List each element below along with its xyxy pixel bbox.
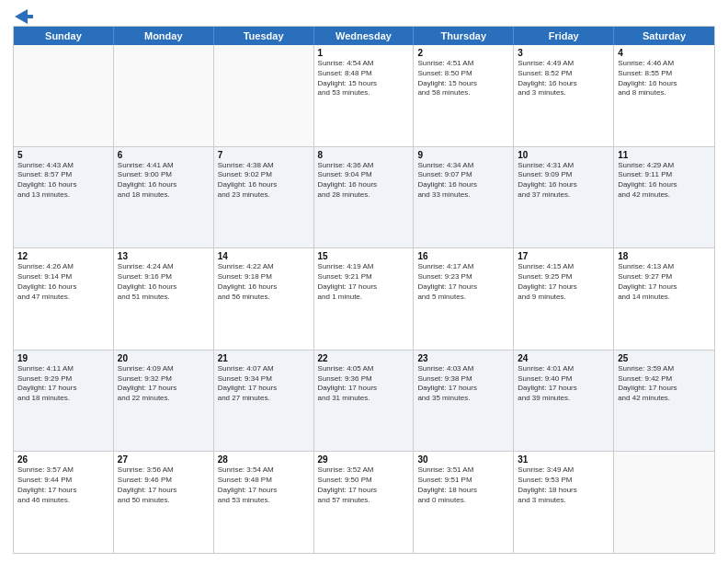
calendar-cell-day-6: 6Sunrise: 4:41 AM Sunset: 9:00 PM Daylig…	[114, 147, 214, 248]
day-number: 23	[417, 353, 509, 363]
calendar-cell-day-1: 1Sunrise: 4:54 AM Sunset: 8:48 PM Daylig…	[314, 45, 415, 146]
day-info: Sunrise: 4:49 AM Sunset: 8:52 PM Dayligh…	[518, 59, 609, 98]
calendar-row-1: 5Sunrise: 4:43 AM Sunset: 8:57 PM Daylig…	[14, 146, 714, 248]
day-number: 2	[417, 48, 509, 58]
header	[13, 9, 715, 20]
header-thursday: Thursday	[414, 27, 514, 45]
day-info: Sunrise: 4:24 AM Sunset: 9:16 PM Dayligh…	[118, 262, 210, 302]
day-number: 5	[17, 150, 109, 160]
calendar-cell-empty	[214, 45, 314, 146]
day-number: 29	[318, 454, 410, 465]
day-info: Sunrise: 4:36 AM Sunset: 9:04 PM Dayligh…	[318, 161, 410, 201]
calendar-row-4: 26Sunrise: 3:57 AM Sunset: 9:44 PM Dayli…	[14, 451, 714, 553]
calendar-cell-empty	[114, 45, 214, 146]
calendar-cell-day-9: 9Sunrise: 4:34 AM Sunset: 9:07 PM Daylig…	[414, 147, 514, 248]
day-number: 14	[218, 251, 310, 261]
day-number: 21	[218, 353, 310, 363]
calendar-row-3: 19Sunrise: 4:11 AM Sunset: 9:29 PM Dayli…	[14, 350, 714, 452]
day-info: Sunrise: 4:22 AM Sunset: 9:18 PM Dayligh…	[218, 262, 310, 302]
calendar-cell-day-26: 26Sunrise: 3:57 AM Sunset: 9:44 PM Dayli…	[14, 452, 114, 553]
calendar-cell-day-3: 3Sunrise: 4:49 AM Sunset: 8:52 PM Daylig…	[514, 45, 614, 146]
calendar-cell-day-10: 10Sunrise: 4:31 AM Sunset: 9:09 PM Dayli…	[514, 147, 614, 248]
calendar-cell-day-7: 7Sunrise: 4:38 AM Sunset: 9:02 PM Daylig…	[214, 147, 314, 248]
day-info: Sunrise: 4:31 AM Sunset: 9:09 PM Dayligh…	[518, 161, 609, 201]
calendar-row-0: 1Sunrise: 4:54 AM Sunset: 8:48 PM Daylig…	[14, 45, 714, 146]
calendar-cell-day-13: 13Sunrise: 4:24 AM Sunset: 9:16 PM Dayli…	[114, 248, 214, 350]
day-number: 31	[518, 454, 609, 465]
calendar-cell-day-5: 5Sunrise: 4:43 AM Sunset: 8:57 PM Daylig…	[14, 147, 114, 248]
day-info: Sunrise: 4:54 AM Sunset: 8:48 PM Dayligh…	[318, 59, 410, 98]
day-number: 18	[618, 251, 711, 261]
day-number: 16	[417, 251, 509, 261]
calendar-cell-day-17: 17Sunrise: 4:15 AM Sunset: 9:25 PM Dayli…	[514, 248, 614, 350]
day-info: Sunrise: 4:43 AM Sunset: 8:57 PM Dayligh…	[17, 161, 109, 201]
day-info: Sunrise: 3:49 AM Sunset: 9:53 PM Dayligh…	[518, 465, 609, 505]
calendar-cell-day-20: 20Sunrise: 4:09 AM Sunset: 9:32 PM Dayli…	[114, 350, 214, 452]
calendar-cell-day-14: 14Sunrise: 4:22 AM Sunset: 9:18 PM Dayli…	[214, 248, 314, 350]
calendar-cell-day-4: 4Sunrise: 4:46 AM Sunset: 8:55 PM Daylig…	[614, 45, 714, 146]
calendar-row-2: 12Sunrise: 4:26 AM Sunset: 9:14 PM Dayli…	[14, 247, 714, 350]
calendar-cell-day-18: 18Sunrise: 4:13 AM Sunset: 9:27 PM Dayli…	[614, 248, 714, 350]
day-number: 4	[618, 48, 711, 58]
day-number: 3	[518, 48, 609, 58]
day-info: Sunrise: 3:57 AM Sunset: 9:44 PM Dayligh…	[17, 465, 109, 505]
day-info: Sunrise: 3:51 AM Sunset: 9:51 PM Dayligh…	[417, 465, 509, 505]
day-info: Sunrise: 4:01 AM Sunset: 9:40 PM Dayligh…	[518, 364, 609, 404]
day-number: 28	[218, 454, 310, 465]
day-number: 24	[518, 353, 609, 363]
calendar-cell-empty	[14, 45, 114, 146]
logo-icon	[15, 9, 33, 24]
day-info: Sunrise: 4:11 AM Sunset: 9:29 PM Dayligh…	[17, 364, 109, 404]
calendar-cell-day-8: 8Sunrise: 4:36 AM Sunset: 9:04 PM Daylig…	[314, 147, 415, 248]
calendar-body: 1Sunrise: 4:54 AM Sunset: 8:48 PM Daylig…	[14, 45, 714, 553]
day-number: 12	[17, 251, 109, 261]
calendar-cell-day-30: 30Sunrise: 3:51 AM Sunset: 9:51 PM Dayli…	[414, 452, 514, 553]
day-number: 17	[518, 251, 609, 261]
day-info: Sunrise: 4:03 AM Sunset: 9:38 PM Dayligh…	[417, 364, 509, 404]
calendar-cell-day-23: 23Sunrise: 4:03 AM Sunset: 9:38 PM Dayli…	[414, 350, 514, 452]
day-number: 9	[417, 150, 509, 160]
day-info: Sunrise: 3:56 AM Sunset: 9:46 PM Dayligh…	[118, 465, 210, 505]
day-info: Sunrise: 4:07 AM Sunset: 9:34 PM Dayligh…	[218, 364, 310, 404]
day-info: Sunrise: 3:54 AM Sunset: 9:48 PM Dayligh…	[218, 465, 310, 505]
day-info: Sunrise: 4:46 AM Sunset: 8:55 PM Dayligh…	[618, 59, 711, 98]
calendar-cell-day-25: 25Sunrise: 3:59 AM Sunset: 9:42 PM Dayli…	[614, 350, 714, 452]
calendar-cell-day-15: 15Sunrise: 4:19 AM Sunset: 9:21 PM Dayli…	[314, 248, 415, 350]
header-sunday: Sunday	[14, 27, 114, 45]
day-number: 25	[618, 353, 711, 363]
day-number: 8	[318, 150, 410, 160]
day-number: 26	[17, 454, 109, 465]
calendar-cell-day-29: 29Sunrise: 3:52 AM Sunset: 9:50 PM Dayli…	[314, 452, 415, 553]
day-number: 1	[318, 48, 410, 58]
header-friday: Friday	[514, 27, 614, 45]
day-number: 20	[118, 353, 210, 363]
day-number: 6	[118, 150, 210, 160]
header-monday: Monday	[114, 27, 214, 45]
day-number: 15	[318, 251, 410, 261]
day-number: 19	[17, 353, 109, 363]
day-info: Sunrise: 4:05 AM Sunset: 9:36 PM Dayligh…	[318, 364, 410, 404]
header-tuesday: Tuesday	[214, 27, 314, 45]
day-info: Sunrise: 4:19 AM Sunset: 9:21 PM Dayligh…	[318, 262, 410, 302]
day-number: 10	[518, 150, 609, 160]
day-number: 7	[218, 150, 310, 160]
day-info: Sunrise: 4:51 AM Sunset: 8:50 PM Dayligh…	[417, 59, 509, 98]
day-number: 11	[618, 150, 711, 160]
header-wednesday: Wednesday	[314, 27, 415, 45]
calendar-cell-empty	[614, 452, 714, 553]
header-saturday: Saturday	[614, 27, 714, 45]
calendar: Sunday Monday Tuesday Wednesday Thursday…	[13, 26, 715, 554]
calendar-cell-day-11: 11Sunrise: 4:29 AM Sunset: 9:11 PM Dayli…	[614, 147, 714, 248]
calendar-cell-day-12: 12Sunrise: 4:26 AM Sunset: 9:14 PM Dayli…	[14, 248, 114, 350]
day-info: Sunrise: 4:29 AM Sunset: 9:11 PM Dayligh…	[618, 161, 711, 201]
calendar-cell-day-19: 19Sunrise: 4:11 AM Sunset: 9:29 PM Dayli…	[14, 350, 114, 452]
day-info: Sunrise: 4:17 AM Sunset: 9:23 PM Dayligh…	[417, 262, 509, 302]
calendar-cell-day-22: 22Sunrise: 4:05 AM Sunset: 9:36 PM Dayli…	[314, 350, 415, 452]
day-info: Sunrise: 4:13 AM Sunset: 9:27 PM Dayligh…	[618, 262, 711, 302]
calendar-header: Sunday Monday Tuesday Wednesday Thursday…	[14, 27, 714, 45]
day-info: Sunrise: 3:59 AM Sunset: 9:42 PM Dayligh…	[618, 364, 711, 404]
day-info: Sunrise: 4:34 AM Sunset: 9:07 PM Dayligh…	[417, 161, 509, 201]
day-number: 22	[318, 353, 410, 363]
calendar-cell-day-24: 24Sunrise: 4:01 AM Sunset: 9:40 PM Dayli…	[514, 350, 614, 452]
calendar-cell-day-27: 27Sunrise: 3:56 AM Sunset: 9:46 PM Dayli…	[114, 452, 214, 553]
